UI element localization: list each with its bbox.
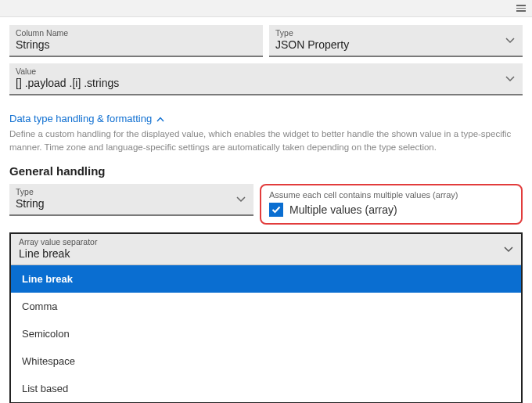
multiple-values-checkbox[interactable] bbox=[269, 203, 283, 217]
column-name-value: Strings bbox=[16, 38, 257, 51]
assume-label: Assume each cell contains multiple value… bbox=[269, 190, 513, 200]
chevron-down-icon bbox=[236, 196, 246, 203]
separator-value: Line break bbox=[19, 247, 513, 260]
data-type-handling-link[interactable]: Data type handling & formatting bbox=[9, 113, 164, 124]
column-name-label: Column Name bbox=[16, 28, 257, 38]
separator-field[interactable]: Array value separator Line break bbox=[11, 234, 521, 265]
type-value: JSON Property bbox=[275, 38, 516, 51]
chevron-down-icon bbox=[505, 76, 515, 82]
helper-text: Define a custom handling for the display… bbox=[9, 128, 523, 153]
chevron-up-icon bbox=[156, 113, 164, 124]
gh-type-value: String bbox=[16, 197, 247, 210]
chevron-down-icon bbox=[504, 246, 513, 253]
value-field[interactable]: Value [] .payload .[i] .strings bbox=[9, 63, 523, 95]
value-label: Value bbox=[16, 67, 516, 76]
separator-option[interactable]: Line break bbox=[11, 265, 521, 293]
array-separator-select[interactable]: Array value separator Line break Line br… bbox=[9, 232, 523, 403]
separator-option[interactable]: List based bbox=[11, 375, 521, 402]
menu-icon[interactable] bbox=[516, 5, 526, 12]
separator-label: Array value separator bbox=[19, 237, 513, 246]
multiple-values-highlight: Assume each cell contains multiple value… bbox=[260, 184, 523, 225]
gh-type-field[interactable]: Type String bbox=[9, 184, 253, 216]
separator-option[interactable]: Comma bbox=[11, 293, 521, 320]
chevron-down-icon bbox=[505, 38, 515, 44]
form-panel: Column Name Strings Type JSON Property V… bbox=[0, 17, 532, 403]
top-bar bbox=[0, 0, 532, 17]
type-field[interactable]: Type JSON Property bbox=[269, 25, 523, 57]
general-handling-heading: General handling bbox=[9, 164, 523, 178]
column-name-field[interactable]: Column Name Strings bbox=[9, 25, 263, 57]
section-link-text: Data type handling & formatting bbox=[9, 113, 152, 124]
checkbox-label: Multiple values (array) bbox=[289, 203, 397, 216]
type-label: Type bbox=[275, 28, 516, 38]
separator-option[interactable]: Whitespace bbox=[11, 347, 521, 375]
separator-option[interactable]: Semicolon bbox=[11, 320, 521, 347]
gh-type-label: Type bbox=[16, 187, 247, 196]
separator-dropdown: Line breakCommaSemicolonWhitespaceList b… bbox=[11, 265, 521, 402]
value-value: [] .payload .[i] .strings bbox=[16, 77, 516, 89]
